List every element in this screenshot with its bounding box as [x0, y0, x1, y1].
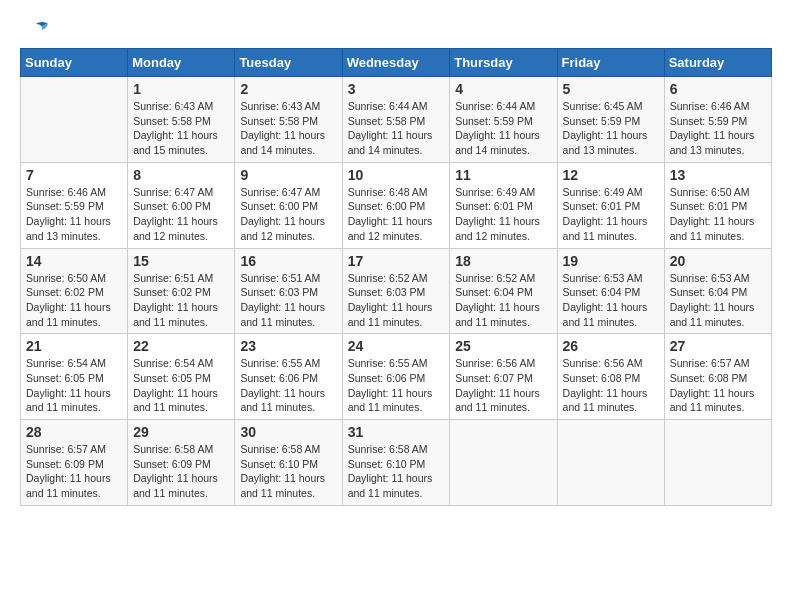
day-info: Sunrise: 6:51 AM Sunset: 6:02 PM Dayligh…: [133, 271, 229, 330]
sunset-text: Sunset: 5:58 PM: [348, 115, 426, 127]
sunrise-text: Sunrise: 6:49 AM: [563, 186, 643, 198]
day-cell: 8 Sunrise: 6:47 AM Sunset: 6:00 PM Dayli…: [128, 162, 235, 248]
day-cell: [450, 420, 557, 506]
day-info: Sunrise: 6:49 AM Sunset: 6:01 PM Dayligh…: [455, 185, 551, 244]
day-cell: 6 Sunrise: 6:46 AM Sunset: 5:59 PM Dayli…: [664, 77, 771, 163]
day-info: Sunrise: 6:49 AM Sunset: 6:01 PM Dayligh…: [563, 185, 659, 244]
sunrise-text: Sunrise: 6:55 AM: [348, 357, 428, 369]
sunrise-text: Sunrise: 6:43 AM: [240, 100, 320, 112]
sunrise-text: Sunrise: 6:44 AM: [348, 100, 428, 112]
daylight-text: Daylight: 11 hours and 11 minutes.: [348, 387, 433, 414]
daylight-text: Daylight: 11 hours and 11 minutes.: [670, 301, 755, 328]
daylight-text: Daylight: 11 hours and 14 minutes.: [455, 129, 540, 156]
day-cell: 27 Sunrise: 6:57 AM Sunset: 6:08 PM Dayl…: [664, 334, 771, 420]
sunset-text: Sunset: 5:58 PM: [133, 115, 211, 127]
sunset-text: Sunset: 6:09 PM: [133, 458, 211, 470]
sunrise-text: Sunrise: 6:50 AM: [670, 186, 750, 198]
day-cell: 9 Sunrise: 6:47 AM Sunset: 6:00 PM Dayli…: [235, 162, 342, 248]
sunrise-text: Sunrise: 6:51 AM: [240, 272, 320, 284]
day-cell: 24 Sunrise: 6:55 AM Sunset: 6:06 PM Dayl…: [342, 334, 450, 420]
daylight-text: Daylight: 11 hours and 11 minutes.: [133, 301, 218, 328]
logo-bird-icon: [22, 20, 50, 42]
daylight-text: Daylight: 11 hours and 12 minutes.: [240, 215, 325, 242]
day-number: 17: [348, 253, 445, 269]
day-cell: 15 Sunrise: 6:51 AM Sunset: 6:02 PM Dayl…: [128, 248, 235, 334]
sunset-text: Sunset: 5:58 PM: [240, 115, 318, 127]
daylight-text: Daylight: 11 hours and 11 minutes.: [240, 301, 325, 328]
day-cell: 10 Sunrise: 6:48 AM Sunset: 6:00 PM Dayl…: [342, 162, 450, 248]
day-number: 16: [240, 253, 336, 269]
day-number: 24: [348, 338, 445, 354]
day-cell: 5 Sunrise: 6:45 AM Sunset: 5:59 PM Dayli…: [557, 77, 664, 163]
day-cell: [557, 420, 664, 506]
sunset-text: Sunset: 6:04 PM: [563, 286, 641, 298]
day-info: Sunrise: 6:45 AM Sunset: 5:59 PM Dayligh…: [563, 99, 659, 158]
day-cell: 1 Sunrise: 6:43 AM Sunset: 5:58 PM Dayli…: [128, 77, 235, 163]
sunset-text: Sunset: 5:59 PM: [563, 115, 641, 127]
day-info: Sunrise: 6:47 AM Sunset: 6:00 PM Dayligh…: [240, 185, 336, 244]
day-cell: 2 Sunrise: 6:43 AM Sunset: 5:58 PM Dayli…: [235, 77, 342, 163]
day-cell: [664, 420, 771, 506]
day-info: Sunrise: 6:43 AM Sunset: 5:58 PM Dayligh…: [133, 99, 229, 158]
sunset-text: Sunset: 6:08 PM: [563, 372, 641, 384]
day-number: 30: [240, 424, 336, 440]
daylight-text: Daylight: 11 hours and 11 minutes.: [563, 215, 648, 242]
day-number: 14: [26, 253, 122, 269]
daylight-text: Daylight: 11 hours and 11 minutes.: [348, 472, 433, 499]
day-number: 21: [26, 338, 122, 354]
sunrise-text: Sunrise: 6:48 AM: [348, 186, 428, 198]
day-number: 20: [670, 253, 766, 269]
day-info: Sunrise: 6:56 AM Sunset: 6:08 PM Dayligh…: [563, 356, 659, 415]
sunset-text: Sunset: 5:59 PM: [670, 115, 748, 127]
day-number: 19: [563, 253, 659, 269]
day-number: 23: [240, 338, 336, 354]
sunrise-text: Sunrise: 6:46 AM: [26, 186, 106, 198]
daylight-text: Daylight: 11 hours and 14 minutes.: [240, 129, 325, 156]
daylight-text: Daylight: 11 hours and 13 minutes.: [670, 129, 755, 156]
day-number: 29: [133, 424, 229, 440]
day-cell: 7 Sunrise: 6:46 AM Sunset: 5:59 PM Dayli…: [21, 162, 128, 248]
day-cell: [21, 77, 128, 163]
day-info: Sunrise: 6:53 AM Sunset: 6:04 PM Dayligh…: [670, 271, 766, 330]
day-cell: 14 Sunrise: 6:50 AM Sunset: 6:02 PM Dayl…: [21, 248, 128, 334]
day-info: Sunrise: 6:55 AM Sunset: 6:06 PM Dayligh…: [348, 356, 445, 415]
day-info: Sunrise: 6:57 AM Sunset: 6:09 PM Dayligh…: [26, 442, 122, 501]
day-info: Sunrise: 6:57 AM Sunset: 6:08 PM Dayligh…: [670, 356, 766, 415]
day-cell: 23 Sunrise: 6:55 AM Sunset: 6:06 PM Dayl…: [235, 334, 342, 420]
daylight-text: Daylight: 11 hours and 11 minutes.: [240, 387, 325, 414]
day-cell: 21 Sunrise: 6:54 AM Sunset: 6:05 PM Dayl…: [21, 334, 128, 420]
sunrise-text: Sunrise: 6:54 AM: [133, 357, 213, 369]
day-cell: 30 Sunrise: 6:58 AM Sunset: 6:10 PM Dayl…: [235, 420, 342, 506]
day-number: 8: [133, 167, 229, 183]
day-info: Sunrise: 6:51 AM Sunset: 6:03 PM Dayligh…: [240, 271, 336, 330]
sunset-text: Sunset: 5:59 PM: [26, 200, 104, 212]
sunset-text: Sunset: 6:00 PM: [348, 200, 426, 212]
daylight-text: Daylight: 11 hours and 11 minutes.: [348, 301, 433, 328]
day-cell: 3 Sunrise: 6:44 AM Sunset: 5:58 PM Dayli…: [342, 77, 450, 163]
daylight-text: Daylight: 11 hours and 11 minutes.: [455, 301, 540, 328]
sunset-text: Sunset: 6:04 PM: [455, 286, 533, 298]
day-number: 28: [26, 424, 122, 440]
day-cell: 22 Sunrise: 6:54 AM Sunset: 6:05 PM Dayl…: [128, 334, 235, 420]
column-header-friday: Friday: [557, 49, 664, 77]
daylight-text: Daylight: 11 hours and 14 minutes.: [348, 129, 433, 156]
daylight-text: Daylight: 11 hours and 11 minutes.: [563, 301, 648, 328]
sunset-text: Sunset: 6:01 PM: [455, 200, 533, 212]
column-header-wednesday: Wednesday: [342, 49, 450, 77]
week-row-5: 28 Sunrise: 6:57 AM Sunset: 6:09 PM Dayl…: [21, 420, 772, 506]
daylight-text: Daylight: 11 hours and 11 minutes.: [670, 215, 755, 242]
day-info: Sunrise: 6:44 AM Sunset: 5:58 PM Dayligh…: [348, 99, 445, 158]
daylight-text: Daylight: 11 hours and 12 minutes.: [455, 215, 540, 242]
day-cell: 11 Sunrise: 6:49 AM Sunset: 6:01 PM Dayl…: [450, 162, 557, 248]
week-row-3: 14 Sunrise: 6:50 AM Sunset: 6:02 PM Dayl…: [21, 248, 772, 334]
sunrise-text: Sunrise: 6:58 AM: [133, 443, 213, 455]
calendar-header-row: SundayMondayTuesdayWednesdayThursdayFrid…: [21, 49, 772, 77]
day-cell: 18 Sunrise: 6:52 AM Sunset: 6:04 PM Dayl…: [450, 248, 557, 334]
sunset-text: Sunset: 6:01 PM: [563, 200, 641, 212]
day-info: Sunrise: 6:44 AM Sunset: 5:59 PM Dayligh…: [455, 99, 551, 158]
day-info: Sunrise: 6:48 AM Sunset: 6:00 PM Dayligh…: [348, 185, 445, 244]
day-info: Sunrise: 6:53 AM Sunset: 6:04 PM Dayligh…: [563, 271, 659, 330]
day-number: 26: [563, 338, 659, 354]
day-info: Sunrise: 6:54 AM Sunset: 6:05 PM Dayligh…: [26, 356, 122, 415]
day-number: 12: [563, 167, 659, 183]
